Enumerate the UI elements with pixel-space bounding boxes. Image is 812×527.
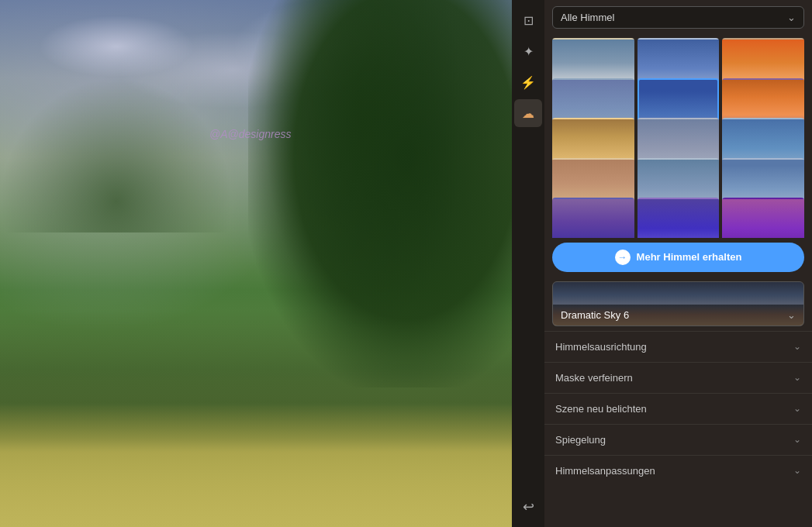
accordion-header-maske-verfeinern[interactable]: Maske verfeinern ⌄ <box>544 363 812 393</box>
accordion-label-szene-neu-belichten: Szene neu belichten <box>555 403 647 415</box>
chevron-maske-verfeinern-icon: ⌄ <box>793 372 801 383</box>
more-skies-label: Mehr Himmel erhalten <box>637 251 742 263</box>
icon-rail: ⊡ ✦ ⚡ ☁ ↩ <box>512 0 544 527</box>
accordion-label-himmelsausrichtung: Himmelsausrichtung <box>555 341 647 353</box>
sky-thumb-14[interactable] <box>638 198 720 238</box>
accordion-himmelsausrichtung: Himmelsausrichtung ⌄ <box>544 331 812 362</box>
panel-content: Alle Himmel ⌄ → Mehr Himmel erhalten <box>544 0 812 527</box>
accordion-header-himmelsausrichtung[interactable]: Himmelsausrichtung ⌄ <box>544 332 812 362</box>
selected-sky-name: Dramatic Sky 6 <box>561 309 629 321</box>
sky-grid <box>544 35 812 238</box>
selected-sky-chevron-icon: ⌄ <box>787 309 796 321</box>
sky-thumb-13[interactable] <box>552 198 634 238</box>
dropdown-chevron-icon: ⌄ <box>787 12 796 23</box>
sky-filter-dropdown[interactable]: Alle Himmel ⌄ <box>552 6 804 29</box>
sky-icon-btn[interactable]: ☁ <box>514 99 542 127</box>
selected-sky-label-bar: Dramatic Sky 6 ⌄ <box>553 305 803 326</box>
accordion-himmelsanpassungen: Himmelsanpassungen ⌄ <box>544 455 812 486</box>
more-skies-icon: → <box>615 250 631 265</box>
accordion-label-himmelsanpassungen: Himmelsanpassungen <box>555 465 655 477</box>
main-image: @A@designress <box>0 0 512 527</box>
sky-thumb-15[interactable] <box>722 198 804 238</box>
filter-label: Alle Himmel <box>561 12 614 23</box>
chevron-szene-neu-belichten-icon: ⌄ <box>793 403 801 414</box>
accordion-szene-neu-belichten: Szene neu belichten ⌄ <box>544 393 812 424</box>
accordion-spiegelung: Spiegelung ⌄ <box>544 424 812 455</box>
accordion-label-maske-verfeinern: Maske verfeinern <box>555 372 633 384</box>
lightning-icon-btn[interactable]: ⚡ <box>514 68 542 96</box>
more-skies-button[interactable]: → Mehr Himmel erhalten <box>552 243 804 272</box>
accordion-label-spiegelung: Spiegelung <box>555 434 606 446</box>
crop-icon-btn[interactable]: ⊡ <box>514 6 542 34</box>
accordion-maske-verfeinern: Maske verfeinern ⌄ <box>544 362 812 393</box>
heal-icon-btn[interactable]: ✦ <box>514 37 542 65</box>
chevron-himmelsanpassungen-icon: ⌄ <box>793 465 801 476</box>
accordion-header-spiegelung[interactable]: Spiegelung ⌄ <box>544 425 812 455</box>
selected-sky-preview[interactable]: Dramatic Sky 6 ⌄ <box>552 281 804 326</box>
accordion-header-szene-neu-belichten[interactable]: Szene neu belichten ⌄ <box>544 394 812 424</box>
chevron-himmelsausrichtung-icon: ⌄ <box>793 341 801 352</box>
watermark: @A@designress <box>209 128 291 140</box>
chevron-spiegelung-icon: ⌄ <box>793 434 801 445</box>
accordion-header-himmelsanpassungen[interactable]: Himmelsanpassungen ⌄ <box>544 456 812 486</box>
undo-icon-btn[interactable]: ↩ <box>514 493 542 521</box>
sidebar: ⊡ ✦ ⚡ ☁ ↩ Alle Himmel ⌄ <box>512 0 812 527</box>
